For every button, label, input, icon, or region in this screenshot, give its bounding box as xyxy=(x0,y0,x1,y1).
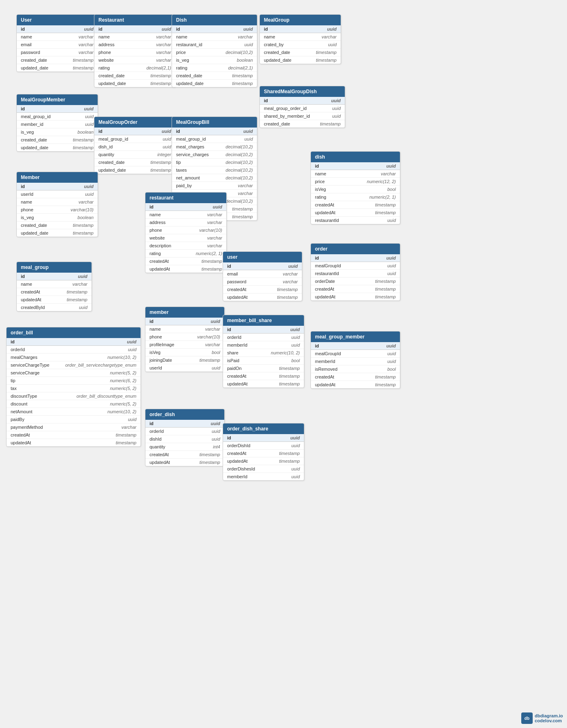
table-row: taxnumeric(5, 2) xyxy=(7,385,141,392)
table-row: phonevarchar xyxy=(94,49,175,56)
table-row: passwordvarchar xyxy=(223,278,302,286)
table-row: memberIduuid xyxy=(223,473,304,480)
table-row: websitevarchar xyxy=(145,234,226,242)
table-row: orderDishesIduuid xyxy=(223,465,304,473)
table-row: is_vegboolean xyxy=(17,214,98,222)
table-row: paymentMethodvarchar xyxy=(7,423,141,431)
table-row: phonevarchar(10) xyxy=(145,333,224,341)
table-row: orderIduuid xyxy=(145,428,224,435)
table-pk-row-order_bill: iduuid xyxy=(7,338,141,346)
table-row: createdAttimestamp xyxy=(223,450,304,457)
table-user: useriduuidemailvarcharpasswordvarcharcre… xyxy=(223,251,302,301)
table-row: meal_group_iduuid xyxy=(172,135,257,143)
table-header-dish: dish xyxy=(311,152,400,162)
table-row: createdAttimestamp xyxy=(223,372,304,380)
table-pk-row-meal_group_member: iduuid xyxy=(311,342,400,350)
table-header-Restaurant: Restaurant xyxy=(94,15,175,25)
table-row: mealChargesnumeric(10, 2) xyxy=(7,354,141,361)
table-row: paidByuuid xyxy=(7,416,141,423)
table-User: Useriduuidnamevarcharemailvarcharpasswor… xyxy=(16,14,98,72)
table-row: restaurantIduuid xyxy=(311,270,400,278)
table-SharedMealGroupDish: SharedMealGroupDishiduuidmeal_group_orde… xyxy=(259,86,345,128)
table-pk-row-meal_group: iduuid xyxy=(17,273,92,280)
table-row: namevarchar xyxy=(17,198,98,206)
table-header-MealGroupOrder: MealGroupOrder xyxy=(94,117,175,128)
table-row: createdByIduuid xyxy=(17,304,92,311)
table-row: mealGroupIduuid xyxy=(311,350,400,358)
table-row: updatedAttimestamp xyxy=(223,457,304,465)
table-meal_group: meal_groupiduuidnamevarcharcreatedAttime… xyxy=(16,262,92,311)
table-row: discountnumeric(5, 2) xyxy=(7,400,141,408)
table-pk-row-dish: iduuid xyxy=(311,162,400,170)
table-row: createdAttimestamp xyxy=(7,431,141,439)
table-header-Dish: Dish xyxy=(172,15,257,25)
table-row: isPaidbool xyxy=(223,357,304,365)
table-row: meal_group_iduuid xyxy=(17,113,98,121)
table-row: quantityinteger xyxy=(94,151,175,159)
table-pk-row-order: iduuid xyxy=(311,254,400,262)
table-row: ratingnumeric(2, 1) xyxy=(145,250,226,258)
table-row: namevarchar xyxy=(17,280,92,288)
table-row: serviceChargeTypeorder_bill_servicecharg… xyxy=(7,361,141,369)
table-row: dish_iduuid xyxy=(94,143,175,151)
watermark-icon: db xyxy=(521,712,533,724)
table-row: is_vegboolean xyxy=(17,128,98,136)
table-row: namevarchar xyxy=(260,33,341,41)
table-pk-row-order_dish: iduuid xyxy=(145,420,224,428)
table-header-order_dish: order_dish xyxy=(145,409,224,420)
table-row: restaurant_iduuid xyxy=(172,41,257,49)
table-pk-row-user: iduuid xyxy=(223,262,302,270)
table-row: isVegbool xyxy=(145,349,224,356)
table-row: updatedAttimestamp xyxy=(223,380,304,388)
table-row: orderIduuid xyxy=(7,346,141,354)
table-row: serviceChargenumeric(5, 2) xyxy=(7,369,141,377)
table-dish: dishiduuidnamevarcharpricenumeric(12, 2)… xyxy=(310,151,400,224)
table-row: taxesdecimal(10,2) xyxy=(172,166,257,174)
table-header-order_dish_share: order_dish_share xyxy=(223,423,304,434)
table-row: created_datetimestamp xyxy=(94,159,175,166)
table-row: dishIduuid xyxy=(145,435,224,443)
table-row: createdAttimestamp xyxy=(145,451,224,459)
table-Restaurant: Restaurantiduuidnamevarcharaddressvarcha… xyxy=(94,14,176,87)
watermark-line1: dbdiagram.io xyxy=(535,713,563,718)
table-row: quantityint4 xyxy=(145,443,224,451)
table-row: updatedAttimestamp xyxy=(311,209,400,217)
table-row: namevarchar xyxy=(94,33,175,41)
table-order_dish_share: order_dish_shareiduuidorderDishIduuidcre… xyxy=(223,423,304,481)
table-pk-row-MealGroupMember: iduuid xyxy=(17,105,98,113)
table-row: crated_byuuid xyxy=(260,41,341,49)
table-order_dish: order_dishiduuidorderIduuiddishIduuidqua… xyxy=(145,409,225,466)
table-row: ratingnumeric(2, 1) xyxy=(311,193,400,201)
table-header-Member: Member xyxy=(17,172,98,183)
table-row: tipdecimal(10,2) xyxy=(172,159,257,166)
table-order_bill: order_billiduuidorderIduuidmealChargesnu… xyxy=(6,327,141,447)
table-header-MealGroupMember: MealGroupMember xyxy=(17,94,98,105)
table-row: orderDatetimestamp xyxy=(311,278,400,285)
table-row: restaurantIduuid xyxy=(311,217,400,224)
table-row: updated_datetimestamp xyxy=(17,144,98,151)
table-row: createdAttimestamp xyxy=(311,201,400,209)
table-row: createdAttimestamp xyxy=(17,288,92,296)
table-row: created_datetimestamp xyxy=(260,120,345,128)
table-row: service_chargesdecimal(10,2) xyxy=(172,151,257,159)
table-row: namevarchar xyxy=(145,325,224,333)
table-row: updated_datetimestamp xyxy=(17,229,98,237)
table-row: userIduuid xyxy=(145,364,224,372)
table-order: orderiduuidmealGroupIduuidrestaurantIduu… xyxy=(310,243,400,301)
table-pk-row-User: iduuid xyxy=(17,25,98,33)
table-meal_group_member: meal_group_memberiduuidmealGroupIduuidme… xyxy=(310,331,400,389)
table-row: paid_byvarchar xyxy=(172,182,257,190)
table-pk-row-restaurant: iduuid xyxy=(145,203,226,211)
table-header-User: User xyxy=(17,15,98,25)
table-row: created_datetimestamp xyxy=(172,72,257,80)
table-row: member_iduuid xyxy=(17,121,98,128)
table-header-meal_group: meal_group xyxy=(17,262,92,273)
table-row: created_datetimestamp xyxy=(17,56,98,64)
table-pk-row-order_dish_share: iduuid xyxy=(223,434,304,442)
table-row: isRemovedbool xyxy=(311,365,400,373)
table-row: orderIduuid xyxy=(223,334,304,341)
table-row: mealGroupIduuid xyxy=(311,262,400,270)
table-row: shared_by_member_iduuid xyxy=(260,112,345,120)
watermark-line2: codelov.com xyxy=(535,718,563,723)
table-row: websitevarchar xyxy=(94,56,175,64)
